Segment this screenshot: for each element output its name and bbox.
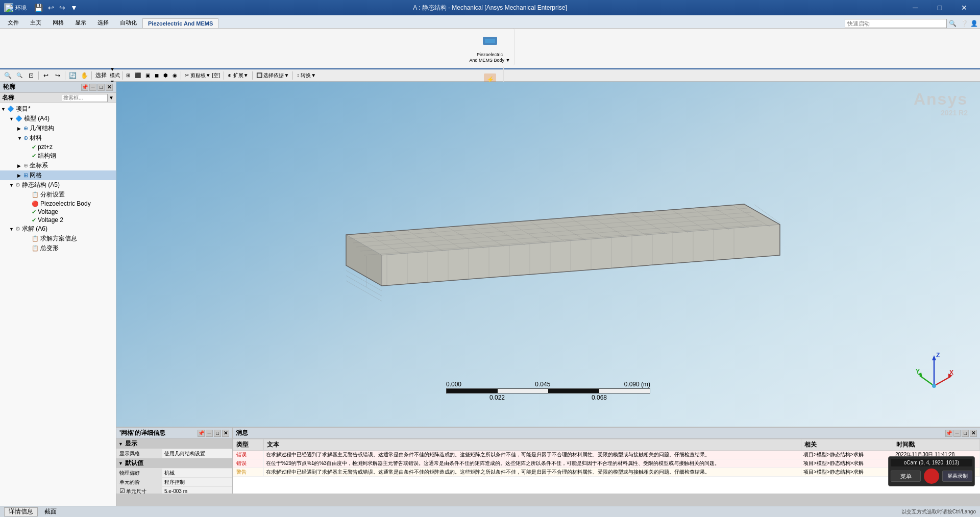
main-layout: 轮廓 📌 ─ □ ✕ 名称 ▼ ▼ 🔷 项目* ▼ (0, 82, 980, 506)
zoom-out-tool[interactable]: 🔍 (14, 71, 25, 80)
clip-btn[interactable]: ✂ 剪贴板▼ [空] (183, 71, 222, 80)
expand-defaults[interactable]: ▼ (118, 461, 123, 466)
tree-materials[interactable]: ▼ ⊕ 材料 (0, 133, 116, 143)
undo-tool[interactable]: ↩ (40, 71, 52, 80)
tab-automate[interactable]: 自动化 (114, 17, 142, 28)
details-close-btn[interactable]: ✕ (222, 430, 229, 437)
outline-max-btn[interactable]: □ (97, 84, 105, 91)
beam-3d (295, 174, 795, 306)
expand-display[interactable]: ▼ (118, 441, 123, 447)
outline-header-controls: 📌 ─ □ ✕ (81, 84, 113, 91)
minimize-btn[interactable]: ─ (903, 0, 927, 15)
tab-mesh[interactable]: 网格 (47, 17, 69, 28)
maximize-btn[interactable]: □ (928, 0, 951, 15)
brand-name: Ansys (914, 90, 968, 108)
details-header: '网格'的详细信息 📌 ─ □ ✕ (116, 428, 232, 439)
expand-btn[interactable]: ⊕ 扩展▼ (226, 71, 251, 80)
details-table: ▼显示 显示风格 使用几何结构设置 ▼默认值 (116, 439, 232, 494)
details-pin-btn[interactable]: 📌 (198, 430, 205, 437)
msg-close-btn[interactable]: ✕ (970, 430, 977, 437)
details-row-elem-size: ☑单元尺寸 5.e-003 m (116, 487, 232, 494)
ocam-overlay: oCam (0, 4, 1920, 1013) 菜单 屏幕录制 (888, 456, 975, 486)
outline-title: 轮廓 (3, 83, 15, 91)
select-by-btn[interactable]: 🔲 选择依据▼ (254, 71, 291, 80)
save-btn[interactable]: 💾 (33, 4, 44, 12)
tree-pzt[interactable]: ✔ pzt+z (0, 143, 116, 151)
viewport[interactable]: Ansys 2021 R2 (116, 82, 980, 427)
axes-svg: Z Y X (914, 350, 954, 391)
window-title: A : 静态结构 - Mechanical [Ansys Mechanical … (413, 4, 567, 12)
left-panel: 轮廓 📌 ─ □ ✕ 名称 ▼ ▼ 🔷 项目* ▼ (0, 82, 116, 506)
tree-model[interactable]: ▼ 🔷 模型 (A4) (0, 114, 116, 124)
separator7 (252, 71, 253, 80)
scale-seg-1 (447, 389, 498, 393)
tree-total-deform[interactable]: 📋 总变形 (0, 243, 116, 253)
transform-btn[interactable]: ↕ 转换▼ (295, 71, 318, 80)
svg-line-84 (934, 377, 950, 386)
zoom-in-tool[interactable]: 🔍 (2, 71, 13, 80)
ocam-screen-btn[interactable]: 屏幕录制 (942, 471, 972, 482)
outline-close-btn[interactable]: ✕ (106, 84, 113, 91)
tab-piezo[interactable]: Piezoelectric And MEMS (142, 18, 218, 28)
mode-btn[interactable]: ▼ 模式▼ (109, 71, 120, 80)
separator8 (292, 71, 293, 80)
scale-bar: 0.000 0.045 0.090 (m) 0.022 0.068 (446, 381, 650, 401)
redo-btn[interactable]: ↪ (58, 4, 67, 12)
ocam-title: oCam (0, 4, 1920, 1013) (891, 459, 972, 466)
tree-analysis[interactable]: 📋 分析设置 (0, 190, 116, 200)
tree-steel[interactable]: ✔ 结构钢 (0, 151, 116, 161)
outline-min-btn[interactable]: ─ (89, 84, 96, 91)
ocam-controls: 菜单 屏幕录制 (891, 469, 972, 484)
tab-select[interactable]: 选择 (92, 17, 114, 28)
tree-solve-info[interactable]: 📋 求解方案信息 (0, 234, 116, 243)
dropdown-btn[interactable]: ▼ (69, 4, 79, 12)
outline-pin-btn[interactable]: 📌 (81, 84, 88, 91)
tool3[interactable]: ▣ (143, 71, 152, 80)
tree-piezo-body[interactable]: 🔴 Piezoelectric Body (0, 200, 116, 208)
tab-home[interactable]: 主页 (24, 17, 47, 28)
tool5[interactable]: ⬢ (161, 71, 170, 80)
details-min-btn[interactable]: ─ (206, 430, 213, 437)
tool1[interactable]: ⊞ (124, 71, 132, 80)
tree-geometry[interactable]: ▶ ⊕ 几何结构 (0, 124, 116, 133)
app-name: 环境 (15, 4, 27, 12)
tab-display[interactable]: 显示 (69, 17, 92, 28)
tab-section[interactable]: 截面 (40, 507, 61, 516)
tree-mesh[interactable]: ▶ ⊞ 网格 (0, 170, 116, 180)
details-row-physics: 物理偏好 机械 (116, 469, 232, 478)
msg-min-btn[interactable]: ─ (953, 430, 961, 437)
messages-controls: 📌 ─ □ ✕ (945, 430, 977, 437)
undo-btn[interactable]: ↩ (46, 4, 56, 12)
ocam-record-btn[interactable] (924, 469, 939, 484)
rotate-tool[interactable]: 🔄 (67, 71, 78, 80)
tree-static[interactable]: ▼ ⚙ 静态结构 (A5) (0, 180, 116, 190)
redo-tool[interactable]: ↪ (52, 71, 63, 80)
msg-max-btn[interactable]: □ (962, 430, 969, 437)
tool2[interactable]: ⬛ (133, 71, 143, 80)
details-title: '网格'的详细信息 (119, 429, 165, 437)
tool4[interactable]: ◼ (153, 71, 161, 80)
msg-row-1: 错误 在求解过程中已经遇到了求解器主元警告或错误。这通常是由条件不佳的矩阵造成的… (233, 451, 980, 459)
tree-voltage[interactable]: ✔ Voltage (0, 208, 116, 216)
tool6[interactable]: ◉ (170, 71, 179, 80)
msg-pin-btn[interactable]: 📌 (945, 430, 952, 437)
tree-voltage2[interactable]: ✔ Voltage 2 (0, 216, 116, 224)
close-btn[interactable]: ✕ (952, 0, 976, 15)
fit-tool[interactable]: ⊡ (26, 71, 37, 80)
tab-details[interactable]: 详情信息 (4, 507, 38, 516)
pan-tool[interactable]: ✋ (79, 71, 90, 80)
ocam-menu-btn[interactable]: 菜单 (891, 471, 921, 482)
scale-val-2: 0.090 (m) (624, 381, 650, 388)
quick-launch-input[interactable] (845, 19, 947, 28)
tree-coords[interactable]: ▶ ⊕ 坐标系 (0, 161, 116, 170)
tree-project[interactable]: ▼ 🔷 项目* (0, 104, 116, 114)
search-input[interactable] (62, 94, 108, 102)
search-dropdown[interactable]: ▼ (109, 95, 114, 101)
select-label: 选择 (93, 71, 109, 79)
details-max-btn[interactable]: □ (214, 430, 221, 437)
msg-row-2: 错误 在位于%29的节点%1的%3自由度中，检测到求解器主元警告或错误。这通常是… (233, 459, 980, 468)
tab-file[interactable]: 文件 (2, 17, 24, 28)
separator (38, 71, 39, 80)
piezo-body-btn[interactable]: PiezoelectricAnd MEMS Body ▼ (465, 29, 515, 65)
tree-solve[interactable]: ▼ ⚙ 求解 (A6) (0, 224, 116, 234)
